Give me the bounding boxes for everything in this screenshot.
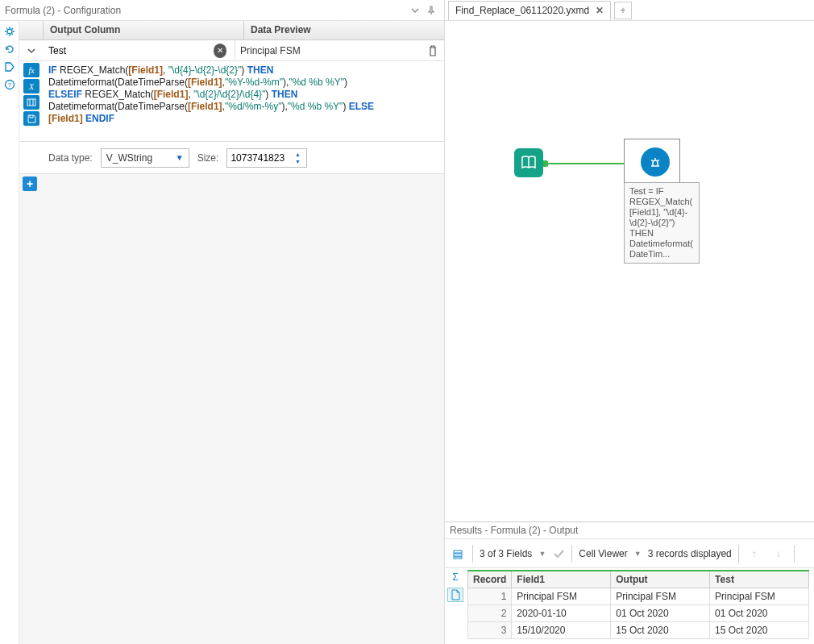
results-table: RecordField1OutputTest 1Principal FSMPri…	[467, 570, 809, 639]
header-data-preview: Data Preview	[244, 21, 444, 39]
table-header[interactable]: Record	[468, 571, 512, 588]
results-sum-icon[interactable]: Σ	[447, 570, 463, 584]
formula-tool[interactable]	[624, 139, 680, 185]
save-icon[interactable]	[23, 111, 39, 126]
tag-icon[interactable]	[2, 60, 17, 74]
table-header[interactable]: Output	[611, 571, 710, 588]
delete-row-icon[interactable]	[426, 45, 444, 56]
results-title: Results - Formula (2) - Output	[450, 525, 578, 536]
results-side-icons: Σ	[445, 568, 466, 644]
config-left-iconbar: ?	[0, 21, 19, 644]
refresh-icon[interactable]	[2, 42, 17, 56]
dropdown-arrow-icon: ▼	[176, 153, 184, 162]
config-header: Formula (2) - Configuration	[0, 0, 444, 21]
expression-editor[interactable]: fx X IF REGEX_Match([Field1], "\d{4}-\d{…	[19, 61, 444, 142]
formula-row: ✕ Principal FSM	[19, 40, 444, 61]
datatype-value: V_WString	[106, 152, 152, 164]
table-row[interactable]: 22020-01-1001 Oct 202001 Oct 2020	[468, 605, 809, 622]
clear-icon[interactable]: ✕	[214, 44, 226, 58]
results-header: Results - Formula (2) - Output	[445, 521, 814, 539]
header-output-column: Output Column	[44, 21, 244, 39]
chevron-down-icon[interactable]	[407, 2, 423, 19]
fields-count[interactable]: 3 of 3 Fields	[480, 548, 532, 559]
cellviewer-dropdown-icon[interactable]: ▼	[634, 550, 642, 558]
x-icon[interactable]: X	[23, 79, 39, 93]
svg-text:?: ?	[7, 81, 11, 89]
configuration-panel: Formula (2) - Configuration ? Output Col…	[0, 0, 445, 644]
size-input-wrap: ▲ ▼	[226, 148, 307, 168]
workflow-canvas[interactable]: Test = IF REGEX_Match([Field1], "\d{4}-\…	[445, 21, 814, 521]
table-header[interactable]: Field1	[512, 571, 611, 588]
fields-check-icon[interactable]	[552, 547, 565, 560]
size-input[interactable]	[230, 152, 287, 164]
formula-tool-annotation: Test = IF REGEX_Match([Field1], "\d{4}-\…	[624, 182, 700, 264]
records-displayed: 3 records displayed	[648, 548, 732, 559]
row-collapse-icon[interactable]	[19, 47, 44, 55]
datatype-label: Data type:	[48, 152, 93, 164]
config-main: Output Column Data Preview ✕ Principal F…	[19, 21, 444, 644]
add-formula-button[interactable]: +	[23, 177, 37, 191]
gear-icon[interactable]	[2, 24, 17, 39]
columns-icon[interactable]	[23, 95, 39, 110]
results-page-icon[interactable]	[447, 588, 463, 602]
datatype-select[interactable]: V_WString ▼	[101, 148, 189, 168]
results-layout-icon[interactable]	[450, 547, 466, 562]
datatype-row: Data type: V_WString ▼ Size: ▲ ▼	[19, 142, 444, 174]
column-headers: Output Column Data Preview	[19, 21, 444, 40]
cell-viewer-label[interactable]: Cell Viewer	[579, 548, 627, 559]
fx-icon[interactable]: fx	[23, 63, 39, 77]
fields-dropdown-icon[interactable]: ▼	[538, 550, 546, 558]
results-down-icon[interactable]: ↓	[770, 545, 787, 563]
pin-icon[interactable]	[423, 2, 439, 19]
size-down-icon[interactable]: ▼	[292, 158, 303, 165]
help-icon[interactable]: ?	[2, 77, 17, 92]
data-preview-value: Principal FSM	[240, 45, 301, 56]
results-toolbar: 3 of 3 Fields ▼ Cell Viewer ▼ 3 records …	[445, 539, 814, 568]
size-label: Size:	[197, 152, 219, 164]
results-up-icon[interactable]: ↑	[745, 545, 763, 563]
svg-point-7	[651, 160, 653, 161]
new-tab-button[interactable]: +	[614, 2, 632, 19]
table-header[interactable]: Test	[710, 571, 809, 588]
svg-rect-9	[454, 551, 462, 553]
workflow-tab[interactable]: Find_Replace_06112020.yxmd ✕	[448, 1, 611, 20]
expression-text[interactable]: IF REGEX_Match([Field1], "\d{4}-\d{2}-\d…	[44, 61, 444, 141]
config-title: Formula (2) - Configuration	[5, 5, 407, 16]
svg-point-8	[658, 160, 659, 161]
table-row[interactable]: 1Principal FSMPrincipal FSMPrincipal FSM	[468, 588, 809, 605]
output-column-input[interactable]	[48, 45, 214, 56]
svg-rect-10	[454, 554, 462, 556]
svg-rect-11	[454, 557, 462, 559]
results-body: Σ RecordField1OutputTest 1Principal FSMP…	[445, 568, 814, 644]
table-row[interactable]: 315/10/202015 Oct 202015 Oct 2020	[468, 622, 809, 639]
svg-point-6	[654, 158, 656, 160]
tab-close-icon[interactable]: ✕	[596, 5, 604, 16]
text-input-tool[interactable]	[514, 148, 543, 177]
right-pane: Find_Replace_06112020.yxmd ✕ + Test = IF…	[445, 0, 814, 644]
expression-toolbar: fx X	[19, 61, 44, 141]
svg-point-0	[7, 29, 12, 34]
size-up-icon[interactable]: ▲	[292, 151, 303, 158]
workflow-tab-bar: Find_Replace_06112020.yxmd ✕ +	[445, 0, 814, 21]
svg-rect-3	[27, 99, 35, 106]
tab-label: Find_Replace_06112020.yxmd	[455, 5, 589, 16]
